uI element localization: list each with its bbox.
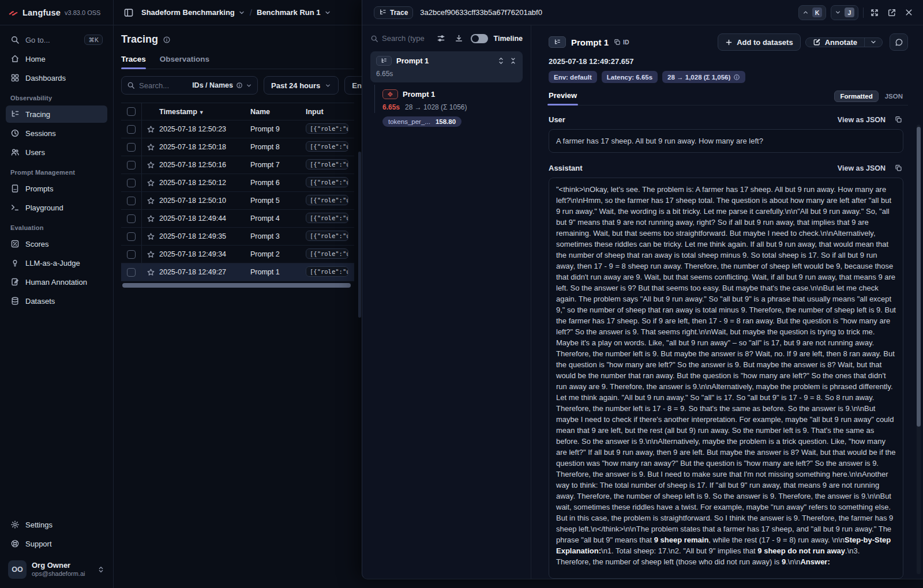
row-checkbox[interactable] <box>127 232 136 241</box>
collapse-vertical-icon[interactable] <box>509 57 517 65</box>
table-vertical-scrollbar[interactable] <box>358 152 361 318</box>
column-header-input[interactable]: Input <box>306 108 354 116</box>
tree-search-box[interactable] <box>370 34 429 43</box>
annotate-button[interactable]: Annotate <box>806 38 864 47</box>
comments-button[interactable] <box>890 33 908 51</box>
id-label: ID <box>623 39 629 46</box>
open-in-new-button[interactable] <box>886 6 898 19</box>
vertical-scrollbar-thumb[interactable] <box>917 127 921 427</box>
add-to-datasets-button[interactable]: Add to datasets <box>718 33 801 51</box>
row-checkbox[interactable] <box>127 197 136 205</box>
copy-button[interactable] <box>894 115 903 125</box>
tree-search-input[interactable] <box>382 34 427 43</box>
format-toggle: Formatted JSON <box>834 91 908 102</box>
sidebar-item-settings[interactable]: Settings <box>6 516 107 533</box>
metric-badge[interactable]: tokens_per_... 158.80 <box>382 116 462 127</box>
toggle-sidebar-button[interactable] <box>122 6 136 20</box>
table-row[interactable]: 2025-07-18 12:49:35 Prompt 3 [{"role":"u… <box>121 228 354 246</box>
bookmark-star-icon[interactable] <box>142 143 159 152</box>
tab-traces[interactable]: Traces <box>121 55 146 69</box>
tab-observations[interactable]: Observations <box>160 55 209 69</box>
table-row[interactable]: 2025-07-18 12:50:16 Prompt 7 [{"role":"u… <box>121 156 354 174</box>
table-row[interactable]: 2025-07-18 12:50:18 Prompt 8 [{"role":"u… <box>121 138 354 156</box>
row-checkbox[interactable] <box>127 125 136 134</box>
project-switcher[interactable]: Benchmark Run 1 <box>257 8 331 17</box>
gear-icon <box>10 520 20 529</box>
table-row[interactable]: 2025-07-18 12:49:34 Prompt 2 [{"role":"u… <box>121 246 354 263</box>
org-switcher-footer[interactable]: OO Org Owner ops@shadeform.ai <box>6 558 107 581</box>
token-usage-badge[interactable]: 28 → 1,028 (Σ 1,056) <box>662 71 745 83</box>
unfold-vertical-icon[interactable] <box>497 57 505 65</box>
bookmark-star-icon[interactable] <box>142 125 159 134</box>
row-checkbox[interactable] <box>127 161 136 169</box>
search-input[interactable] <box>139 81 188 90</box>
maximize-button[interactable] <box>868 6 881 19</box>
search-icon <box>10 35 20 44</box>
sidebar-item-llm-as-a-judge[interactable]: LLM-as-a-Judge <box>6 254 107 272</box>
annotate-dropdown-button[interactable] <box>864 38 882 47</box>
copy-id-button[interactable]: ID <box>614 39 629 46</box>
app-root: Langfuse v3.83.0 OSS Go to... ⌘K Home Da… <box>0 0 923 588</box>
table-row[interactable]: 2025-07-18 12:50:10 Prompt 5 [{"role":"u… <box>121 192 354 210</box>
row-checkbox[interactable] <box>127 143 136 152</box>
select-all-checkbox[interactable] <box>127 107 136 116</box>
bookmark-star-icon[interactable] <box>142 179 159 187</box>
tree-settings-button[interactable] <box>435 32 447 44</box>
close-button[interactable] <box>903 6 915 18</box>
table-row[interactable]: 2025-07-18 12:50:12 Prompt 6 [{"role":"u… <box>121 174 354 192</box>
time-range-filter[interactable]: Past 24 hours <box>264 76 339 95</box>
table-row[interactable]: 2025-07-18 12:50:23 Prompt 9 [{"role":"u… <box>121 120 354 138</box>
column-header-timestamp[interactable]: Timestamp▼ <box>159 108 250 116</box>
sidebar-item-users[interactable]: Users <box>6 144 107 161</box>
bookmark-star-icon[interactable] <box>142 161 159 169</box>
format-formatted[interactable]: Formatted <box>834 91 878 102</box>
sidebar-item-label: Support <box>25 540 52 548</box>
sidebar-item-home[interactable]: Home <box>6 50 107 67</box>
tab-preview[interactable]: Preview <box>549 91 577 105</box>
horizontal-scrollbar-thumb[interactable] <box>122 283 351 288</box>
view-as-json-button[interactable]: View as JSON <box>838 116 886 124</box>
row-checkbox[interactable] <box>127 214 136 223</box>
org-meta: Org Owner ops@shadeform.ai <box>32 561 85 578</box>
sidebar-item-tracing[interactable]: Tracing <box>6 105 107 123</box>
copy-button[interactable] <box>894 163 903 173</box>
sidebar-item-datasets[interactable]: Datasets <box>6 292 107 310</box>
sidebar-item-sessions[interactable]: Sessions <box>6 125 107 142</box>
bookmark-star-icon[interactable] <box>142 250 159 259</box>
table-row[interactable]: 2025-07-18 12:49:27 Prompt 1 [{"role":"u… <box>121 263 354 281</box>
table-row[interactable]: 2025-07-18 12:49:44 Prompt 4 [{"role":"u… <box>121 210 354 228</box>
sidebar-item-support[interactable]: Support <box>6 535 107 552</box>
assistant-role-label: Assistant <box>549 164 583 172</box>
sidebar-item-playground[interactable]: Playground <box>6 199 107 216</box>
prev-trace-button[interactable]: K <box>798 5 826 20</box>
row-checkbox[interactable] <box>127 179 136 187</box>
breadcrumb-project: Benchmark Run 1 <box>257 8 321 17</box>
search-scope-dropdown[interactable]: IDs / Names <box>192 81 252 89</box>
horizontal-scrollbar[interactable] <box>121 283 354 288</box>
column-header-name[interactable]: Name <box>250 108 306 116</box>
tree-generation-node[interactable]: Prompt 1 6.65s 28 → 1028 (Σ 1056) tokens… <box>382 89 523 127</box>
download-button[interactable] <box>453 32 465 44</box>
tree-root-node[interactable]: Prompt 1 6.65s <box>370 51 523 82</box>
sidebar-item-prompts[interactable]: Prompts <box>6 180 107 197</box>
org-switcher[interactable]: Shadeform Benchmarking <box>141 8 245 17</box>
org-avatar: OO <box>8 560 27 579</box>
goto-search[interactable]: Go to... ⌘K <box>6 31 107 48</box>
search-box[interactable]: IDs / Names <box>121 76 258 95</box>
format-json[interactable]: JSON <box>880 91 908 101</box>
bookmark-star-icon[interactable] <box>142 214 159 223</box>
timeline-toggle[interactable] <box>471 34 488 43</box>
bookmark-star-icon[interactable] <box>142 232 159 241</box>
preview-content: User View as JSON A farmer has 17 sheep.… <box>549 105 908 579</box>
bookmark-star-icon[interactable] <box>142 268 159 277</box>
next-trace-button[interactable]: J <box>831 5 858 20</box>
sidebar-item-human-annotation[interactable]: Human Annotation <box>6 273 107 291</box>
chevron-up-down-icon <box>97 566 105 574</box>
row-checkbox[interactable] <box>127 268 136 277</box>
view-as-json-button[interactable]: View as JSON <box>838 164 886 172</box>
sidebar-item-dashboards[interactable]: Dashboards <box>6 69 107 86</box>
sidebar-item-scores[interactable]: Scores <box>6 235 107 252</box>
bookmark-star-icon[interactable] <box>142 197 159 205</box>
kbd-j: J <box>845 7 854 17</box>
row-checkbox[interactable] <box>127 250 136 259</box>
